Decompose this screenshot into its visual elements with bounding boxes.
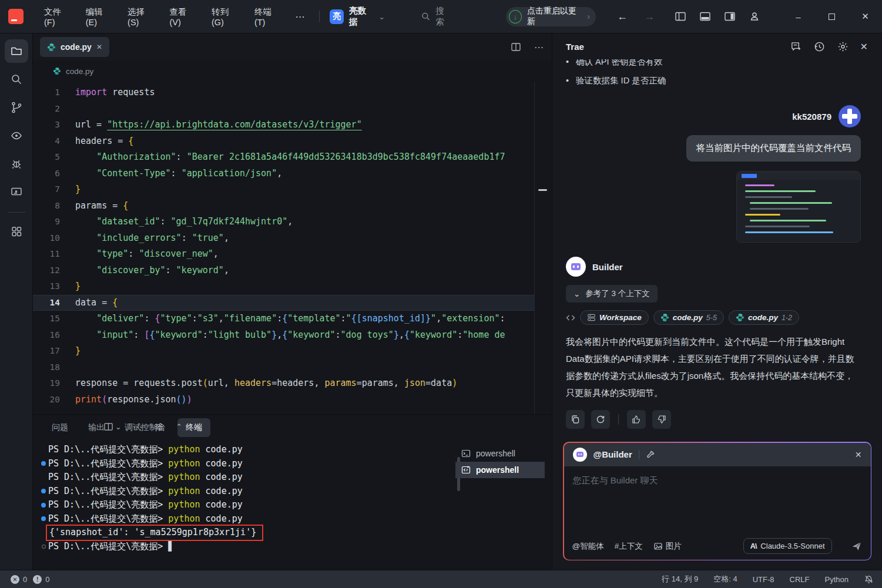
context-chip[interactable]: code.py5-5 xyxy=(653,310,724,325)
toggle-left-sidebar-icon[interactable] xyxy=(675,11,686,22)
minimize-button[interactable]: – xyxy=(782,0,815,33)
menu-item[interactable]: 选择(S) xyxy=(120,3,162,31)
code-token: ( xyxy=(203,378,208,388)
search-sidebar-button[interactable] xyxy=(5,68,28,91)
restart-update-button[interactable]: ↓ 点击重启以更新 › xyxy=(506,7,596,26)
watcher-button[interactable] xyxy=(5,124,28,147)
code-line[interactable]: 3url = "https://api.brightdata.com/datas… xyxy=(33,117,535,133)
cursor-position[interactable]: 行 14, 列 9 xyxy=(662,574,698,584)
terminal-instance[interactable]: powershell xyxy=(455,462,545,478)
indentation[interactable]: 空格: 4 xyxy=(713,574,737,584)
attached-image-thumbnail[interactable] xyxy=(736,171,861,243)
account-icon[interactable] xyxy=(749,11,760,22)
code-line[interactable]: 6 "Content-Type": "application/json", xyxy=(33,166,535,182)
context-toggle[interactable]: ⌄ 参考了 3 个上下文 xyxy=(566,285,658,303)
menu-item[interactable]: 终端(T) xyxy=(247,3,289,31)
test-window-button[interactable] xyxy=(5,180,28,204)
code-line[interactable]: 5 "Authorization": "Bearer 2c1681a5a46f4… xyxy=(33,149,535,166)
regenerate-button[interactable] xyxy=(591,410,610,429)
menu-item[interactable]: 编辑(E) xyxy=(78,3,120,31)
breadcrumb[interactable]: code.py xyxy=(33,61,552,82)
code-line[interactable]: 1import requests xyxy=(33,85,535,101)
back-button[interactable]: ← xyxy=(617,11,628,23)
chat-messages[interactable]: 确认 API 密钥是否有效验证数据集 ID 是否正确 kk520879 将当前图… xyxy=(552,59,882,439)
code-line[interactable]: 19response = requests.post(url, headers=… xyxy=(33,375,535,392)
code-line[interactable]: 15 "deliver": {"type":"s3","filename":{"… xyxy=(33,311,535,327)
code-line[interactable]: 14data = { xyxy=(33,295,535,311)
forward-button[interactable]: → xyxy=(644,11,655,23)
window-close-button[interactable]: ✕ xyxy=(849,0,882,33)
terminal-token: PS D:\..代码提交\亮数据> xyxy=(48,458,168,469)
source-control-button[interactable] xyxy=(5,96,28,119)
send-button[interactable] xyxy=(851,540,863,552)
code-line[interactable]: 9 "dataset_id": "gd_l7q7dkf244hwjntr0", xyxy=(33,214,535,230)
global-search[interactable]: 搜索 xyxy=(421,5,452,28)
tab-close-icon[interactable]: ✕ xyxy=(96,43,102,51)
menu-item[interactable]: 查看(V) xyxy=(162,3,204,31)
close-input-context-icon[interactable]: ✕ xyxy=(855,450,862,459)
code-line[interactable]: 4headers = { xyxy=(33,133,535,150)
toggle-right-sidebar-icon[interactable] xyxy=(724,11,736,22)
code-line[interactable]: 2 xyxy=(33,101,535,117)
code-line[interactable]: 20print(response.json()) xyxy=(33,392,535,408)
close-panel-button[interactable]: ✕ xyxy=(194,422,200,431)
split-editor-icon[interactable] xyxy=(511,42,521,52)
warning-count[interactable]: 0 xyxy=(45,575,49,584)
close-chat-panel-icon[interactable]: ✕ xyxy=(860,41,868,52)
image-attach-button[interactable]: 图片 xyxy=(653,541,682,552)
line-number: 9 xyxy=(33,214,75,230)
context-hash-button[interactable]: #上下文 xyxy=(615,541,643,552)
terminal-token: python xyxy=(168,513,200,524)
editor-more-actions[interactable]: ⋯ xyxy=(534,42,544,53)
maximize-panel-button[interactable]: ⌃ xyxy=(176,422,182,431)
split-terminal-button[interactable]: ⌄ xyxy=(103,422,121,432)
filter-settings-icon[interactable] xyxy=(154,422,164,432)
code-line[interactable]: 13} xyxy=(33,278,535,295)
notifications-off-icon[interactable] xyxy=(864,574,874,584)
thumbs-up-button[interactable] xyxy=(627,410,646,429)
update-label: 点击重启以更新 xyxy=(527,6,582,27)
code-token: { xyxy=(282,313,287,324)
debug-button[interactable] xyxy=(5,152,28,176)
encoding[interactable]: UTF-8 xyxy=(753,575,774,584)
new-chat-icon[interactable] xyxy=(790,41,802,53)
project-switcher[interactable]: 亮 亮数据 ⌄ xyxy=(330,5,385,28)
agent-mention-button[interactable]: @智能体 xyxy=(572,541,604,552)
activity-bar xyxy=(0,33,33,570)
extensions-button[interactable] xyxy=(5,220,28,243)
chat-input[interactable]: 您正在与 Builder 聊天 xyxy=(564,466,871,533)
toggle-bottom-panel-icon[interactable] xyxy=(699,11,711,22)
line-number: 2 xyxy=(33,101,75,117)
eol-sequence[interactable]: CRLF xyxy=(790,575,810,584)
error-count[interactable]: 0 xyxy=(23,575,27,584)
command-status-dot xyxy=(39,503,48,508)
context-chip[interactable]: code.py1-2 xyxy=(729,310,799,325)
terminal-instance[interactable]: powershell xyxy=(455,445,545,462)
model-selector[interactable]: A\Claude-3.5-Sonnet xyxy=(743,538,832,554)
settings-gear-icon[interactable] xyxy=(837,41,849,53)
code-line[interactable]: 8params = { xyxy=(33,198,535,214)
maximize-button[interactable] xyxy=(815,0,849,33)
input-header-divider xyxy=(639,450,639,459)
thumbs-down-button[interactable] xyxy=(652,410,671,429)
explorer-button[interactable] xyxy=(5,39,28,63)
context-chip[interactable]: Workspace xyxy=(580,310,649,325)
menu-more-button[interactable]: ⋯ xyxy=(291,9,310,25)
panel-tab-item[interactable]: 问题 xyxy=(43,418,76,437)
language-mode[interactable]: Python xyxy=(825,575,849,584)
copy-button[interactable] xyxy=(566,410,585,429)
menu-item[interactable]: 转到(G) xyxy=(204,3,247,31)
code-line[interactable]: 7} xyxy=(33,182,535,198)
panel-more-actions[interactable]: ⋯ xyxy=(133,421,142,432)
tools-hammer-icon[interactable] xyxy=(646,449,656,459)
code-line[interactable]: 11 "type": "discover_new", xyxy=(33,246,535,263)
menu-item[interactable]: 文件(F) xyxy=(36,3,78,31)
code-line[interactable]: 17} xyxy=(33,343,535,359)
code-line[interactable]: 12 "discover_by": "keyword", xyxy=(33,263,535,279)
code-line[interactable]: 18 xyxy=(33,359,535,376)
code-line[interactable]: 16 "input": [{"keyword":"light bulb"},{"… xyxy=(33,327,535,344)
tab-code-py[interactable]: code.py ✕ xyxy=(40,37,109,57)
history-icon[interactable] xyxy=(813,41,826,53)
code-editor[interactable]: 1import requests23url = "https://api.bri… xyxy=(33,82,552,414)
code-line[interactable]: 10 "include_errors": "true", xyxy=(33,230,535,247)
